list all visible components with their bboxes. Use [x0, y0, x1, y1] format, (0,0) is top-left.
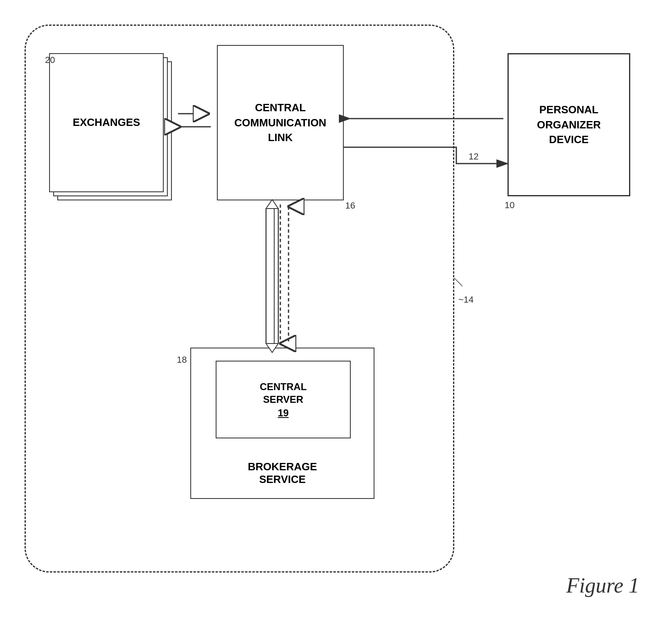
- brokerage-label: BROKERAGESERVICE: [191, 460, 374, 486]
- central-server-reference: 19: [278, 407, 289, 419]
- central-server-label: CENTRALSERVER: [260, 380, 307, 406]
- svg-text:12: 12: [469, 151, 478, 162]
- personal-organizer-device-box: PERSONALORGANIZERDEVICE 10: [507, 53, 630, 196]
- exchanges-box: EXCHANGES: [49, 53, 164, 192]
- exchanges-reference: 20: [45, 55, 55, 65]
- central-communication-link-box: CENTRALCOMMUNICATIONLINK 16: [217, 45, 344, 200]
- ccl-reference: 16: [345, 200, 355, 211]
- svg-line-19: [454, 278, 462, 286]
- boundary-reference-14: ~14: [458, 294, 474, 305]
- pod-label: PERSONALORGANIZERDEVICE: [537, 102, 601, 147]
- brokerage-service-box: 18 CENTRALSERVER 19 BROKERAGESERVICE: [190, 348, 374, 499]
- exchanges-label: EXCHANGES: [73, 116, 140, 130]
- central-server-box: CENTRALSERVER 19: [216, 361, 351, 438]
- brokerage-reference: 18: [177, 355, 187, 365]
- diagram-container: EXCHANGES 20 CENTRALCOMMUNICATIONLINK 16…: [0, 0, 672, 622]
- figure-caption: Figure 1: [566, 573, 639, 597]
- ccl-label: CENTRALCOMMUNICATIONLINK: [235, 100, 327, 145]
- pod-reference: 10: [505, 200, 514, 211]
